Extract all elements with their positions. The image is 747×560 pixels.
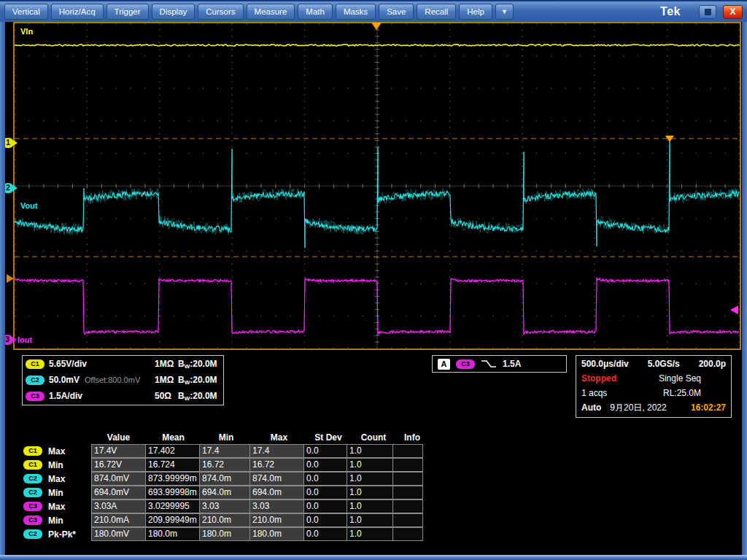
measurement-count: 1.0 xyxy=(347,486,393,499)
sample-rate-readout: 5.0GS/s xyxy=(648,359,680,369)
measurement-min: 180.0m xyxy=(199,527,250,541)
sample-resolution-readout: 200.0p xyxy=(699,359,726,369)
measurement-count: 1.0 xyxy=(347,527,393,541)
measurement-row[interactable]: C2Pk-Pk*180.0mV180.0m180.0m180.0m0.01.0 xyxy=(22,527,427,541)
menu-overflow-button[interactable]: ▼ xyxy=(495,4,514,20)
trigger-level-arrow-icon[interactable] xyxy=(730,306,738,314)
menu-button-recall[interactable]: Recall xyxy=(417,4,456,20)
menu-button-measure[interactable]: Measure xyxy=(247,4,295,20)
measurement-value: 210.0mA xyxy=(91,513,146,527)
menu-bar: VerticalHoriz/AcqTriggerDisplayCursorsMe… xyxy=(4,4,492,20)
measurement-info xyxy=(392,513,423,527)
column-header-max: Max xyxy=(252,432,306,443)
measurement-source: C3Min xyxy=(22,513,91,527)
measurement-mean: 17.402 xyxy=(145,444,200,458)
time-readout: 16:02:27 xyxy=(691,402,726,413)
trigger-source-badge[interactable]: C3 xyxy=(456,359,475,369)
measurement-count: 1.0 xyxy=(347,472,393,486)
channel-readout-row: C31.5A/div50ΩBW:20.0M xyxy=(23,388,223,404)
measurement-row[interactable]: C3Max3.03A3.02999953.033.030.01.0 xyxy=(22,499,427,513)
channel-termination-readout: 50Ω xyxy=(155,391,171,401)
channel-scale-readout: 5.65V/div xyxy=(49,359,87,369)
channel-badge[interactable]: C2 xyxy=(23,474,42,483)
bandwidth-prefix: B xyxy=(178,391,185,401)
acquisition-state: Stopped xyxy=(581,373,616,384)
column-header-info: Info xyxy=(397,432,427,443)
measurement-stdev: 0.0 xyxy=(303,486,347,499)
channel-badge[interactable]: C3 xyxy=(23,502,42,511)
measurement-row[interactable]: C1Max17.4V17.40217.417.40.01.0 xyxy=(22,444,427,458)
column-header-count: Count xyxy=(350,432,397,443)
bandwidth-prefix: B xyxy=(178,375,185,385)
waveform-label-vin: VIn xyxy=(20,27,33,36)
measurement-info xyxy=(392,527,423,541)
acquisition-mode: Single Seq xyxy=(659,373,701,384)
measurement-stdev: 0.0 xyxy=(303,513,347,527)
measurement-mean: 209.99949m xyxy=(145,513,200,527)
channel-badge[interactable]: C3 xyxy=(23,516,42,525)
measurement-min: 694.0m xyxy=(199,486,250,499)
measurement-mean: 693.99998m xyxy=(145,486,200,499)
measurement-row[interactable]: C2Max874.0mV873.99999m874.0m874.0m0.01.0 xyxy=(22,472,427,486)
reference-marker-icon[interactable] xyxy=(665,136,674,142)
window-frame-right xyxy=(742,22,747,555)
measurement-info xyxy=(392,486,423,499)
bandwidth-value: :20.0M xyxy=(190,375,217,385)
channel-readout-panel: C15.65V/div1MΩBW:20.0MC250.0mVOffset:800… xyxy=(22,355,224,405)
trigger-position-icon[interactable] xyxy=(371,23,382,30)
measurement-value: 3.03A xyxy=(91,499,146,513)
channel-scale-readout: 1.5A/div xyxy=(49,391,82,401)
measurement-row[interactable]: C1Min16.72V16.72416.7216.720.01.0 xyxy=(22,458,427,472)
measurement-source: C3Max xyxy=(22,499,91,513)
measurement-name: Max xyxy=(48,446,65,456)
channel-badge[interactable]: C3 xyxy=(26,392,44,401)
close-button[interactable]: X xyxy=(723,5,743,19)
measurement-row[interactable]: C3Min210.0mA209.99949m210.0m210.0m0.01.0 xyxy=(22,513,427,527)
measurement-name: Max xyxy=(48,502,65,512)
channel-badge[interactable]: C1 xyxy=(23,446,42,456)
measurement-max: 16.72 xyxy=(249,458,304,472)
waveform-label-iout: Iout xyxy=(18,335,32,344)
measurement-value: 17.4V xyxy=(91,444,146,458)
channel-bandwidth-readout: BW:20.0M xyxy=(178,391,217,402)
menu-button-horiz-acq[interactable]: Horiz/Acq xyxy=(51,4,104,20)
channel-badge[interactable]: C2 xyxy=(26,376,44,385)
channel-termination-readout: 1MΩ xyxy=(155,375,174,385)
menu-button-math[interactable]: Math xyxy=(298,4,333,20)
channel-offset-readout: Offset:800.0mV xyxy=(85,376,140,384)
measurement-max: 210.0m xyxy=(249,513,304,527)
trigger-level-readout: 1.5A xyxy=(503,359,521,369)
measurement-source: C2Min xyxy=(22,486,91,499)
measurement-max: 180.0m xyxy=(249,527,304,541)
measurement-max: 874.0m xyxy=(249,472,304,486)
channel-badge[interactable]: C2 xyxy=(23,488,42,497)
measurement-count: 1.0 xyxy=(347,444,393,458)
menu-button-masks[interactable]: Masks xyxy=(336,4,376,20)
acquisition-count: 1 acqs xyxy=(581,388,607,398)
horizontal-acquisition-readout: 500.0μs/div 5.0GS/s 200.0p Stopped Singl… xyxy=(576,355,732,418)
channel-scale-readout: 50.0mV xyxy=(49,375,80,385)
measurement-stdev: 0.0 xyxy=(303,472,347,486)
measurement-mean: 16.724 xyxy=(145,458,200,472)
measurement-info xyxy=(392,458,423,472)
bandwidth-value: :20.0M xyxy=(190,359,217,369)
brand-logo: Tek xyxy=(660,5,681,18)
measurement-row[interactable]: C2Min694.0mV693.99998m694.0m694.0m0.01.0 xyxy=(22,486,427,499)
menu-button-trigger[interactable]: Trigger xyxy=(107,4,149,20)
menu-button-vertical[interactable]: Vertical xyxy=(4,4,48,20)
level-arrow-icon[interactable] xyxy=(7,274,14,283)
channel-badge[interactable]: C1 xyxy=(26,359,44,369)
menu-button-help[interactable]: Help xyxy=(459,4,492,20)
menu-button-cursors[interactable]: Cursors xyxy=(198,4,243,20)
measurement-table: ValueMeanMinMaxSt DevCountInfo C1Max17.4… xyxy=(22,431,427,541)
menu-button-save[interactable]: Save xyxy=(379,4,414,20)
measurement-min: 210.0m xyxy=(199,513,250,527)
channel-badge[interactable]: C2 xyxy=(23,529,42,539)
column-header-value: Value xyxy=(91,432,146,443)
menu-button-display[interactable]: Display xyxy=(152,4,196,20)
measurement-table-header: ValueMeanMinMaxSt DevCountInfo xyxy=(22,431,427,444)
measurement-min: 16.72 xyxy=(199,458,250,472)
minimize-button[interactable] xyxy=(699,5,716,19)
channel-bandwidth-readout: BW:20.0M xyxy=(178,359,217,370)
channel-badge[interactable]: C1 xyxy=(23,460,42,470)
